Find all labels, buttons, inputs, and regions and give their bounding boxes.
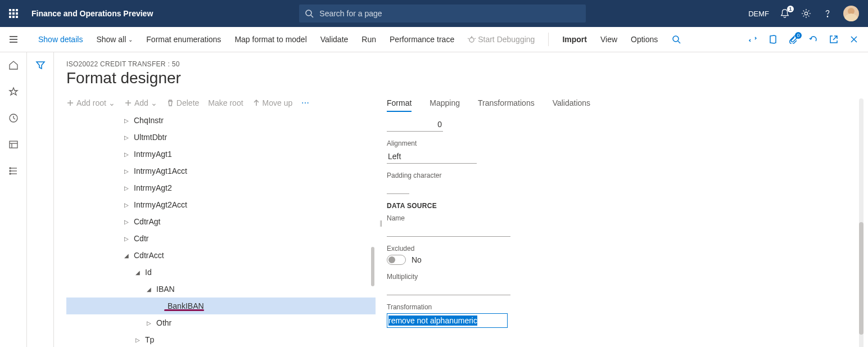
chevron-icon[interactable]: ◢ bbox=[123, 253, 130, 259]
svg-line-18 bbox=[468, 38, 469, 39]
avatar[interactable] bbox=[843, 6, 859, 21]
chevron-icon[interactable]: ▷ bbox=[123, 118, 130, 124]
chevron-icon[interactable]: ▷ bbox=[145, 320, 153, 326]
run-button[interactable]: Run bbox=[361, 35, 376, 44]
padding-field[interactable] bbox=[387, 182, 409, 194]
chevron-icon[interactable]: ▷ bbox=[123, 202, 130, 208]
tree-node-ultmtdbtr[interactable]: ▷UltmtDbtr bbox=[66, 129, 376, 146]
svg-rect-5 bbox=[16, 12, 18, 15]
chevron-icon[interactable]: ◢ bbox=[145, 286, 153, 292]
waffle-icon[interactable] bbox=[0, 9, 27, 18]
chevron-icon[interactable]: ▷ bbox=[123, 236, 130, 242]
format-tree[interactable]: ▷ChqInstr▷UltmtDbtr▷IntrmyAgt1▷IntrmyAgt… bbox=[66, 112, 376, 347]
tree-node-id[interactable]: ◢Id bbox=[66, 264, 376, 281]
alignment-field[interactable]: Left bbox=[387, 150, 477, 164]
tree-node-iban[interactable]: ◢IBAN bbox=[66, 281, 376, 298]
chevron-icon[interactable]: ▷ bbox=[134, 337, 142, 343]
tree-node-label: UltmtDbtr bbox=[130, 133, 167, 142]
chevron-icon[interactable]: ◢ bbox=[134, 269, 142, 276]
chevron-icon[interactable]: ▷ bbox=[123, 151, 130, 157]
modules-icon[interactable] bbox=[8, 166, 19, 178]
tree-node-intrmyagt1acct[interactable]: ▷IntrmyAgt1Acct bbox=[66, 163, 376, 179]
right-tabs: Format Mapping Transformations Validatio… bbox=[387, 98, 846, 112]
show-all-button[interactable]: Show all ⌄ bbox=[96, 35, 133, 44]
refresh-icon[interactable] bbox=[808, 34, 819, 44]
splitter-handle[interactable]: ‖ bbox=[376, 98, 387, 347]
make-root-button[interactable]: Make root bbox=[208, 98, 243, 107]
tree-node-label: Tp bbox=[142, 335, 154, 344]
import-button[interactable]: Import bbox=[562, 35, 587, 44]
filter-column bbox=[27, 52, 54, 347]
tab-validations[interactable]: Validations bbox=[553, 98, 590, 112]
svg-line-19 bbox=[474, 38, 476, 39]
chevron-icon[interactable]: ▷ bbox=[123, 219, 130, 225]
start-debug-button[interactable]: Start Debugging bbox=[468, 35, 535, 44]
tree-node-intrmyagt2[interactable]: ▷IntrmyAgt2 bbox=[66, 179, 376, 196]
star-icon[interactable] bbox=[8, 87, 19, 98]
app-title: Finance and Operations Preview bbox=[27, 9, 153, 18]
numeric-field[interactable]: 0 bbox=[387, 118, 443, 132]
tree-node-othr[interactable]: ▷Othr bbox=[66, 314, 376, 331]
tree-node-cdtracct[interactable]: ◢CdtrAcct bbox=[66, 247, 376, 264]
tree-node-bankiban[interactable]: BankIBAN bbox=[66, 298, 376, 314]
filter-icon[interactable] bbox=[35, 60, 46, 347]
tab-format[interactable]: Format bbox=[387, 98, 412, 112]
validate-button[interactable]: Validate bbox=[320, 35, 349, 44]
help-icon[interactable] bbox=[822, 8, 833, 19]
more-icon[interactable]: ⋯ bbox=[301, 98, 309, 107]
multiplicity-field[interactable] bbox=[387, 283, 510, 295]
tree-node-chqinstr[interactable]: ▷ChqInstr bbox=[66, 112, 376, 129]
perf-trace-button[interactable]: Performance trace bbox=[390, 35, 454, 44]
add-root-button[interactable]: Add root ⌄ bbox=[66, 98, 115, 107]
tree-node-cdtr[interactable]: ▷Cdtr bbox=[66, 230, 376, 247]
chevron-icon[interactable]: ▷ bbox=[123, 134, 130, 141]
home-icon[interactable] bbox=[8, 60, 19, 72]
hamburger-icon[interactable] bbox=[0, 34, 27, 44]
tree-node-cdtragt[interactable]: ▷CdtrAgt bbox=[66, 213, 376, 230]
tree-node-label: IBAN bbox=[153, 285, 175, 294]
name-field[interactable] bbox=[387, 224, 510, 237]
chevron-icon[interactable]: ▷ bbox=[123, 168, 130, 174]
workspace-icon[interactable] bbox=[8, 139, 19, 151]
chevron-icon[interactable]: ▷ bbox=[123, 185, 130, 191]
tree-node-intrmyagt1[interactable]: ▷IntrmyAgt1 bbox=[66, 146, 376, 163]
company-label[interactable]: DEMF bbox=[748, 10, 769, 18]
tree-node-label: Cdtr bbox=[130, 234, 148, 243]
tree-node-label: CdtrAcct bbox=[130, 251, 164, 260]
add-button[interactable]: Add ⌄ bbox=[124, 98, 157, 107]
gear-icon[interactable] bbox=[801, 8, 812, 19]
search-icon[interactable] bbox=[671, 34, 681, 44]
tree-node-label: IntrmyAgt2Acct bbox=[130, 200, 187, 209]
attach-icon[interactable]: 0 bbox=[788, 34, 798, 44]
close-icon[interactable] bbox=[849, 34, 859, 44]
tree-node-label: IntrmyAgt1 bbox=[130, 150, 172, 159]
padding-label: Padding character bbox=[387, 172, 846, 179]
bell-icon[interactable]: 1 bbox=[779, 8, 790, 19]
transformation-field[interactable]: remove not alphanumeric bbox=[387, 313, 508, 328]
view-button[interactable]: View bbox=[600, 35, 617, 44]
options-button[interactable]: Options bbox=[631, 35, 658, 44]
search-input[interactable]: Search for a page bbox=[299, 4, 586, 22]
tree-node-intrmyagt2acct[interactable]: ▷IntrmyAgt2Acct bbox=[66, 196, 376, 213]
svg-rect-8 bbox=[16, 16, 18, 18]
office-icon[interactable] bbox=[768, 34, 778, 44]
popout-icon[interactable] bbox=[829, 34, 839, 44]
tree-node-tp[interactable]: ▷Tp bbox=[66, 331, 376, 347]
link-icon[interactable] bbox=[748, 34, 758, 44]
map-format-button[interactable]: Map format to model bbox=[234, 35, 306, 44]
tab-mapping[interactable]: Mapping bbox=[430, 98, 460, 112]
tree-node-label: BankIBAN bbox=[164, 301, 204, 310]
tab-transformations[interactable]: Transformations bbox=[478, 98, 535, 112]
move-up-button[interactable]: Move up bbox=[252, 98, 293, 107]
format-enum-button[interactable]: Format enumerations bbox=[146, 35, 221, 44]
svg-rect-6 bbox=[9, 16, 11, 18]
svg-point-11 bbox=[804, 12, 807, 15]
tree-toolbar: Add root ⌄ Add ⌄ Delete Make root Move u… bbox=[66, 98, 376, 112]
delete-button[interactable]: Delete bbox=[166, 98, 199, 107]
clock-icon[interactable] bbox=[8, 113, 19, 125]
excluded-toggle[interactable] bbox=[387, 255, 406, 265]
svg-line-21 bbox=[678, 41, 680, 43]
main-scrollbar[interactable] bbox=[859, 98, 864, 347]
show-details-button[interactable]: Show details bbox=[38, 35, 83, 44]
tree-scrollbar[interactable] bbox=[371, 247, 374, 286]
